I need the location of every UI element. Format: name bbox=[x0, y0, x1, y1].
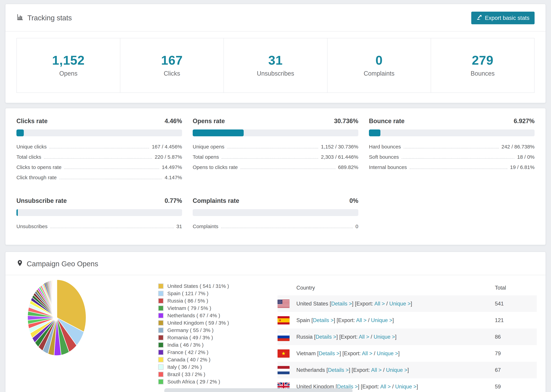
export-unique-link[interactable]: Unique > bbox=[377, 350, 398, 357]
legend-item: Netherlands ( 67 / 4% ) bbox=[158, 312, 229, 319]
geo-header: Campaign Geo Opens bbox=[6, 252, 545, 275]
export-unique-link[interactable]: Unique > bbox=[371, 317, 392, 323]
rate-stat-row: Total clicks220 / 5.87% bbox=[16, 154, 182, 160]
rate-title: Bounce rate bbox=[369, 118, 404, 125]
legend-label: Germany ( 55 / 3% ) bbox=[167, 327, 213, 333]
export-all-link[interactable]: All > bbox=[356, 317, 367, 323]
rate-stat-row: Complaints0 bbox=[193, 224, 358, 229]
rate-stat-value: 4.147% bbox=[165, 175, 182, 181]
rate-stat-value: 19 / 6.81% bbox=[510, 164, 535, 170]
flag-us-icon bbox=[278, 300, 290, 308]
details-link[interactable]: Details > bbox=[313, 317, 334, 323]
geo-opens-card: Campaign Geo Opens United States ( 541 /… bbox=[5, 252, 546, 392]
rate-stat-label: Internal bounces bbox=[369, 164, 407, 170]
export-unique-link[interactable]: Unique > bbox=[395, 384, 417, 390]
rate-rows: Hard bounces242 / 86.738%Soft bounces18 … bbox=[369, 144, 535, 170]
stat-label: Clicks bbox=[120, 70, 224, 77]
rates-card: Clicks rate4.46%Unique clicks167 / 4.456… bbox=[5, 108, 546, 245]
legend-label: South Africa ( 29 / 2% ) bbox=[167, 379, 220, 385]
tracking-stats-title-row: Tracking stats bbox=[16, 14, 72, 22]
legend-swatch bbox=[158, 291, 164, 296]
details-link[interactable]: Details > bbox=[319, 350, 339, 357]
total-value: 541 bbox=[495, 301, 537, 307]
export-unique-link[interactable]: Unique > bbox=[374, 334, 395, 340]
bottom-scroll-bar[interactable] bbox=[164, 388, 353, 392]
geo-pie-chart bbox=[27, 279, 87, 357]
details-link[interactable]: Details > bbox=[316, 334, 336, 340]
legend-swatch bbox=[158, 320, 164, 326]
table-row: United States [Details >] [Export: All >… bbox=[278, 295, 537, 312]
legend-label: United Kingdom ( 59 / 3% ) bbox=[167, 320, 229, 326]
rate-progress-bar bbox=[193, 209, 358, 216]
rate-stat-value: 14.497% bbox=[162, 164, 182, 170]
table-row: Netherlands [Details >] [Export: All > /… bbox=[278, 362, 537, 378]
dotted-leader bbox=[240, 168, 335, 169]
geo-table: Country Total United States [Details >] … bbox=[278, 280, 537, 392]
summary-stat-complaints: 0Complaints bbox=[327, 38, 431, 92]
table-row: Spain [Details >] [Export: All > / Uniqu… bbox=[278, 312, 537, 329]
total-value: 86 bbox=[495, 334, 537, 340]
rate-stat-label: Unique clicks bbox=[16, 144, 47, 150]
country-cell: Spain [Details >] [Export: All > / Uniqu… bbox=[296, 317, 495, 323]
legend-item: Spain ( 121 / 7% ) bbox=[158, 290, 229, 297]
rate-stat-label: Soft bounces bbox=[369, 154, 399, 160]
rate-stat-value: 689.82% bbox=[338, 164, 358, 170]
legend-item: Russia ( 86 / 5% ) bbox=[158, 297, 229, 304]
export-all-link[interactable]: All > bbox=[380, 384, 391, 390]
rate-progress-fill bbox=[16, 209, 18, 216]
geo-legend: United States ( 541 / 31% )Spain ( 121 /… bbox=[158, 282, 229, 385]
stat-value: 167 bbox=[120, 53, 224, 68]
stat-label: Unsubscribes bbox=[224, 70, 327, 77]
rate-stat-label: Unsubscribes bbox=[16, 224, 48, 229]
rate-title: Clicks rate bbox=[16, 118, 48, 125]
total-column-header: Total bbox=[495, 285, 537, 291]
dotted-leader bbox=[404, 148, 499, 148]
rate-title: Opens rate bbox=[193, 118, 225, 125]
dotted-leader bbox=[410, 168, 507, 169]
export-basic-stats-button[interactable]: Export basic stats bbox=[471, 12, 535, 24]
export-all-link[interactable]: All > bbox=[359, 334, 369, 340]
export-unique-link[interactable]: Unique > bbox=[386, 367, 407, 373]
legend-item: United States ( 541 / 31% ) bbox=[158, 282, 229, 290]
table-row: Vietnam [Details >] [Export: All > / Uni… bbox=[278, 345, 537, 362]
geo-table-body: United States [Details >] [Export: All >… bbox=[278, 295, 537, 392]
legend-swatch bbox=[158, 335, 164, 340]
page-title: Tracking stats bbox=[27, 14, 72, 22]
total-value: 67 bbox=[495, 367, 537, 373]
rate-block-clicks-rate: Clicks rate4.46%Unique clicks167 / 4.456… bbox=[16, 118, 182, 185]
rate-stat-row: Click through rate4.147% bbox=[16, 175, 182, 181]
legend-item: Italy ( 36 / 2% ) bbox=[158, 363, 229, 371]
export-all-link[interactable]: All > bbox=[374, 301, 385, 307]
legend-label: Brazil ( 33 / 2% ) bbox=[167, 371, 205, 377]
export-unique-link[interactable]: Unique > bbox=[389, 301, 411, 307]
rate-stat-label: Total opens bbox=[193, 154, 219, 160]
dotted-leader bbox=[222, 158, 318, 159]
rate-head: Complaints rate0% bbox=[193, 197, 358, 204]
legend-item: Brazil ( 33 / 2% ) bbox=[158, 371, 229, 378]
details-link[interactable]: Details > bbox=[331, 301, 352, 307]
rate-progress-fill bbox=[193, 129, 244, 136]
legend-swatch bbox=[158, 328, 164, 333]
rate-value: 0% bbox=[349, 197, 358, 204]
legend-swatch bbox=[158, 364, 164, 370]
dotted-leader bbox=[50, 228, 174, 228]
legend-swatch bbox=[158, 342, 164, 348]
total-value: 79 bbox=[495, 350, 537, 357]
geo-title: Campaign Geo Opens bbox=[27, 260, 98, 268]
export-all-link[interactable]: All > bbox=[362, 350, 372, 357]
country-cell: Russia [Details >] [Export: All > / Uniq… bbox=[296, 334, 495, 340]
country-name: Spain bbox=[296, 317, 311, 323]
rate-stat-row: Unique clicks167 / 4.456% bbox=[16, 144, 182, 150]
rate-stat-row: Soft bounces18 / 0% bbox=[369, 154, 535, 160]
rate-title: Complaints rate bbox=[193, 197, 239, 204]
dotted-leader bbox=[64, 168, 159, 169]
details-link[interactable]: Details > bbox=[328, 367, 349, 373]
export-all-link[interactable]: All > bbox=[371, 367, 381, 373]
rate-stat-value: 0 bbox=[355, 224, 358, 229]
rate-block-bounce-rate: Bounce rate6.927%Hard bounces242 / 86.73… bbox=[369, 118, 535, 185]
stat-value: 31 bbox=[224, 53, 327, 68]
export-button-label: Export basic stats bbox=[485, 15, 530, 21]
dotted-leader bbox=[227, 148, 318, 148]
rate-value: 4.46% bbox=[165, 118, 182, 125]
legend-label: Russia ( 86 / 5% ) bbox=[167, 298, 208, 304]
